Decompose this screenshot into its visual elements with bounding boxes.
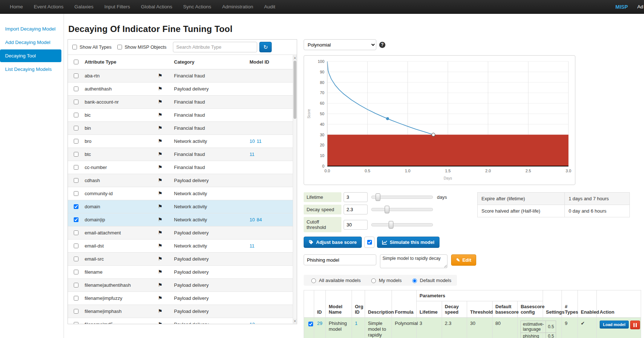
navbar-brand[interactable]: MISP: [615, 4, 628, 10]
attribute-row[interactable]: filename|authentihash⚑Payload delivery: [68, 279, 293, 292]
filter-all-available-models[interactable]: All available models: [309, 277, 361, 283]
model-id-link[interactable]: 84: [256, 217, 262, 222]
column-settings[interactable]: Settings: [543, 290, 562, 318]
model-id-link[interactable]: 10: [250, 217, 255, 222]
navbar-user-truncated[interactable]: Ad: [637, 4, 643, 9]
scrollbar-thumb[interactable]: [293, 61, 296, 119]
my-models-radio[interactable]: [371, 278, 376, 283]
attribute-row[interactable]: email-src⚑Payload delivery: [68, 253, 293, 266]
attribute-row-checkbox[interactable]: [74, 165, 78, 170]
attribute-row[interactable]: cdhash⚑Payload delivery: [68, 174, 293, 187]
attribute-row-checkbox[interactable]: [74, 73, 78, 78]
attribute-row[interactable]: email-attachment⚑Payload delivery: [68, 226, 293, 240]
scroll-down-icon[interactable]: ▼: [293, 319, 297, 323]
load-model-button[interactable]: Load model: [600, 321, 629, 329]
nav-administration[interactable]: Administration: [217, 0, 259, 13]
attribute-row[interactable]: aba-rtn⚑Financial fraud: [68, 69, 293, 83]
attribute-row-checkbox[interactable]: [74, 152, 78, 157]
attribute-table-scrollbar[interactable]: ▲ ▼: [293, 55, 297, 323]
attribute-row[interactable]: domain|ip⚑Network activity1084: [68, 213, 293, 226]
filter-default-models[interactable]: Default models: [410, 277, 451, 283]
column-description[interactable]: Description: [365, 290, 392, 318]
scroll-up-icon[interactable]: ▲: [293, 55, 297, 60]
nav-input-filters[interactable]: Input Filters: [99, 0, 135, 13]
attribute-row[interactable]: filename⚑Payload delivery: [68, 266, 293, 279]
cutoff-threshold-input[interactable]: [344, 220, 368, 230]
attribute-row-checkbox[interactable]: [74, 100, 78, 104]
model-id-link[interactable]: 11: [250, 243, 255, 249]
attribute-row-checkbox[interactable]: [74, 204, 78, 209]
model-name-input[interactable]: [304, 254, 376, 265]
column-model-id[interactable]: Model ID: [246, 55, 293, 69]
filter-my-models[interactable]: My models: [369, 277, 402, 283]
model-id-link[interactable]: 11: [256, 138, 262, 144]
show-all-types-checkbox[interactable]: [72, 45, 77, 49]
column-category[interactable]: Category: [170, 55, 246, 69]
column-id[interactable]: ID: [314, 290, 326, 318]
attribute-row[interactable]: filename|imphash⚑Payload delivery: [68, 305, 293, 318]
attribute-row[interactable]: filename|impfuzzy⚑Payload delivery: [68, 292, 293, 305]
nav-event-actions[interactable]: Event Actions: [28, 0, 69, 13]
show-misp-objects-checkbox[interactable]: [117, 45, 122, 49]
nav-sync-actions[interactable]: Sync Actions: [178, 0, 216, 13]
pause-button[interactable]: [630, 321, 640, 329]
column-basescore-config[interactable]: Basescore config: [518, 301, 543, 318]
attribute-row-checkbox[interactable]: [74, 217, 78, 222]
lifetime-input[interactable]: [344, 192, 368, 202]
column-lifetime[interactable]: Lifetime: [417, 301, 442, 318]
model-row-checkbox[interactable]: [308, 322, 313, 326]
sidebar-item-decaying-tool[interactable]: Decaying Tool: [0, 49, 61, 62]
adjust-base-score-checkbox[interactable]: [367, 240, 372, 245]
attribute-row[interactable]: community-id⚑Network activity: [68, 187, 293, 200]
column-decay-speed[interactable]: Decay speed: [442, 301, 467, 318]
attribute-row[interactable]: cc-number⚑Financial fraud: [68, 161, 293, 174]
nav-galaxies[interactable]: Galaxies: [69, 0, 99, 13]
attribute-row-checkbox[interactable]: [74, 244, 78, 248]
attribute-row-checkbox[interactable]: [74, 113, 78, 117]
attribute-row-checkbox[interactable]: [74, 296, 78, 301]
attribute-row[interactable]: bro⚑Network activity1011: [68, 135, 293, 148]
attribute-row[interactable]: bin⚑Financial fraud: [68, 122, 293, 135]
attribute-row[interactable]: domain⚑Network activity: [68, 200, 293, 213]
model-id-link[interactable]: 13: [250, 322, 255, 324]
attribute-row[interactable]: authentihash⚑Payload delivery: [68, 83, 293, 96]
model-row[interactable]: 29 Phishing model 1 Simple model to rapi…: [304, 318, 641, 338]
attribute-row[interactable]: btc⚑Financial fraud11: [68, 148, 293, 161]
nav-audit[interactable]: Audit: [259, 0, 281, 13]
decay-speed-input[interactable]: [344, 205, 368, 214]
help-icon[interactable]: ?: [379, 42, 385, 48]
attribute-row[interactable]: bank-account-nr⚑Financial fraud: [68, 96, 293, 109]
search-attribute-input[interactable]: [173, 42, 257, 52]
nav-home[interactable]: Home: [4, 0, 28, 13]
column-default-basescore[interactable]: Default basescore: [492, 301, 518, 318]
lifetime-slider[interactable]: [371, 196, 433, 199]
edit-model-button[interactable]: ✎ Edit: [451, 254, 476, 266]
formula-select[interactable]: Polynomial: [304, 39, 376, 50]
attribute-row-checkbox[interactable]: [74, 191, 78, 196]
attribute-row-checkbox[interactable]: [74, 178, 78, 183]
column-threshold[interactable]: Threshold: [467, 301, 493, 318]
model-id-link[interactable]: 10: [250, 138, 255, 144]
column-model-name[interactable]: Model Name: [326, 290, 352, 318]
sidebar-item-import-decaying-model[interactable]: Import Decaying Model: [0, 23, 61, 35]
select-all-checkbox[interactable]: [74, 60, 78, 64]
attribute-row-checkbox[interactable]: [74, 283, 78, 287]
refresh-button[interactable]: ↻: [259, 42, 272, 52]
column-enabled[interactable]: Enabled: [578, 290, 597, 318]
attribute-row-checkbox[interactable]: [74, 322, 78, 324]
attribute-row-checkbox[interactable]: [74, 309, 78, 314]
model-description-textarea[interactable]: Simple model to rapidly decay: [380, 254, 447, 268]
model-id-link[interactable]: 29: [317, 321, 322, 326]
attribute-row-checkbox[interactable]: [74, 139, 78, 144]
attribute-row-checkbox[interactable]: [74, 270, 78, 274]
column-org-id[interactable]: Org ID: [352, 290, 365, 318]
sidebar-item-add-decaying-model[interactable]: Add Decaying Model: [0, 36, 61, 49]
column-attribute-type[interactable]: Attribute Type: [81, 55, 170, 69]
attribute-row[interactable]: bic⚑Financial fraud: [68, 109, 293, 122]
attribute-row-checkbox[interactable]: [74, 230, 78, 235]
adjust-base-score-button[interactable]: Adjust base score: [304, 237, 362, 248]
simulate-model-button[interactable]: Simulate this model: [377, 237, 440, 248]
attribute-row[interactable]: filename|md5⚑Payload delivery13: [68, 318, 293, 324]
show-misp-objects-toggle[interactable]: Show MISP Objects: [116, 44, 166, 51]
org-id-link[interactable]: 1: [355, 321, 357, 326]
